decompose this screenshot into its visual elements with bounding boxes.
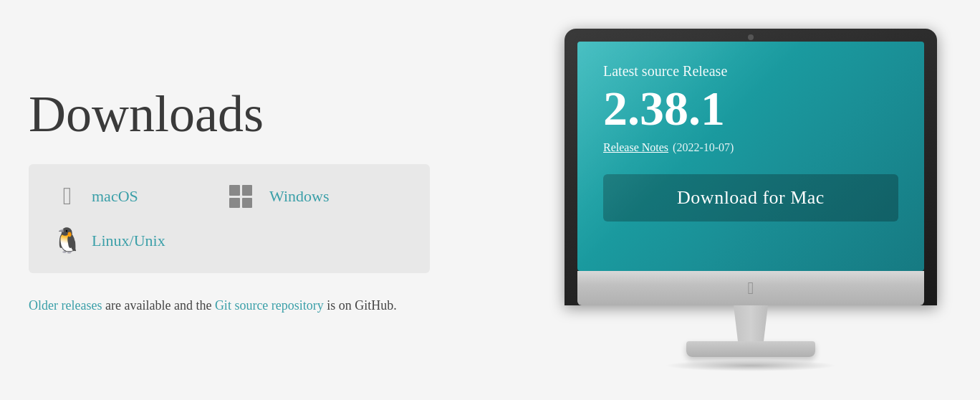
download-mac-button[interactable]: Download for Mac xyxy=(603,174,898,222)
older-releases-link[interactable]: Older releases xyxy=(29,298,102,313)
imac-shadow xyxy=(665,360,837,371)
macos-label: macOS xyxy=(92,187,138,206)
imac-base xyxy=(686,341,815,357)
bottom-text: Older releases are available and the Git… xyxy=(29,296,430,315)
imac-frame: Latest source Release 2.38.1 Release Not… xyxy=(565,29,937,305)
release-date: (2022-10-07) xyxy=(673,141,734,154)
sidebar-item-windows[interactable]: Windows xyxy=(229,181,407,211)
sidebar-item-macos[interactable]:  macOS xyxy=(52,181,229,211)
git-repo-link[interactable]: Git source repository xyxy=(215,298,324,313)
left-section: Downloads  macOS Windows xyxy=(29,85,458,315)
release-label: Latest source Release xyxy=(603,63,898,80)
bottom-text-suffix: is on GitHub. xyxy=(324,298,397,313)
right-section: Latest source Release 2.38.1 Release Not… xyxy=(550,29,951,371)
page-container: Downloads  macOS Windows xyxy=(29,29,951,371)
apple-logo-chin-icon:  xyxy=(748,279,754,298)
imac-neck xyxy=(729,305,772,341)
linux-label: Linux/Unix xyxy=(92,232,165,250)
imac-screen: Latest source Release 2.38.1 Release Not… xyxy=(577,42,924,271)
imac-display: Latest source Release 2.38.1 Release Not… xyxy=(565,29,937,371)
imac-chin:  xyxy=(577,271,924,305)
page-title: Downloads xyxy=(29,85,430,144)
release-notes-row: Release Notes (2022-10-07) xyxy=(603,141,898,154)
windows-label: Windows xyxy=(269,187,329,206)
sidebar-item-linux[interactable]: 🐧 Linux/Unix xyxy=(52,226,229,256)
release-notes-link[interactable]: Release Notes xyxy=(603,141,668,154)
os-panel:  macOS Windows 🐧 Linux/Unix xyxy=(29,164,430,273)
release-version: 2.38.1 xyxy=(603,84,898,133)
apple-icon:  xyxy=(52,184,83,209)
bottom-text-middle: are available and the xyxy=(102,298,214,313)
linux-icon: 🐧 xyxy=(52,229,83,253)
windows-icon xyxy=(229,185,261,208)
